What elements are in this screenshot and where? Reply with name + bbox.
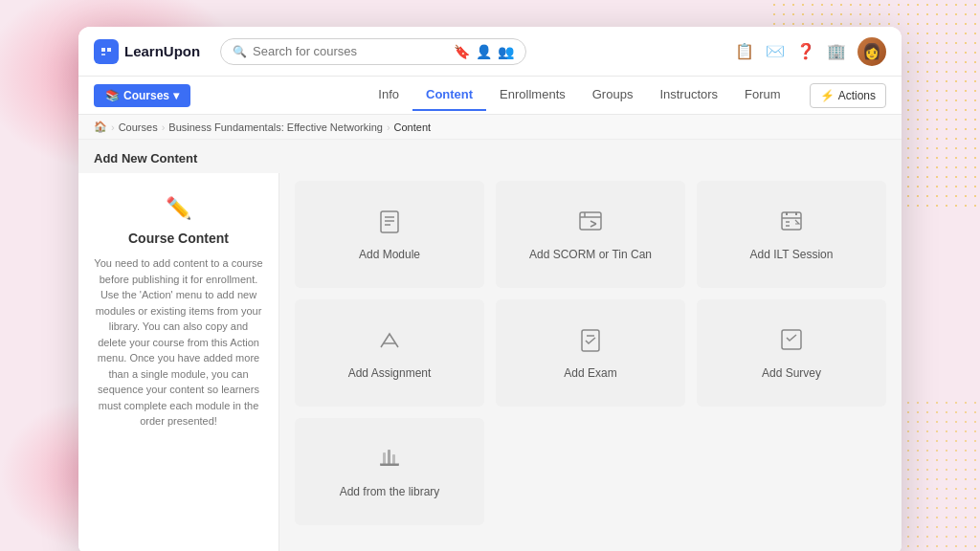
courses-icon: 📚 [105,89,120,102]
search-icons: 🔖 👤 👥 [454,44,514,59]
main-window: LearnUpon 🔍 🔖 👤 👥 📋 ✉️ ❓ 🏢 👩 📚 Courses [78,27,902,551]
add-new-header: Add New Content [78,140,902,173]
tab-groups[interactable]: Groups [579,79,647,111]
user-search-icon: 👤 [476,44,492,59]
add-module-label: Add Module [359,248,420,261]
assignment-icon [376,326,403,359]
help-icon[interactable]: ❓ [796,42,815,60]
add-ilt-label: Add ILT Session [750,248,834,261]
left-panel-text: You need to add content to a course befo… [94,255,263,430]
add-survey-label: Add Survey [762,366,821,380]
add-assignment-label: Add Assignment [348,366,432,380]
add-survey-card[interactable]: Add Survey [697,299,886,407]
svg-rect-9 [782,212,801,230]
svg-rect-0 [381,211,398,232]
breadcrumb-courses[interactable]: Courses [119,121,158,133]
add-exam-label: Add Exam [564,366,616,380]
search-icon: 🔍 [233,45,247,58]
left-panel: ✏️ Course Content You need to add conten… [78,173,279,551]
actions-icon: ⚡ [820,89,835,102]
left-panel-title: Course Content [128,231,229,246]
library-icon [376,445,403,477]
add-assignment-card[interactable]: Add Assignment [295,299,484,407]
add-library-card[interactable]: Add from the library [295,418,484,525]
logo-text: LearnUpon [124,43,200,59]
svg-rect-16 [582,330,599,351]
search-input[interactable] [253,44,444,58]
mail-icon[interactable]: ✉️ [766,42,785,60]
add-module-card[interactable]: Add Module [295,181,484,288]
avatar[interactable]: 👩 [858,37,886,66]
content-body: Add New Content ✏️ Course Content You ne… [78,140,902,551]
tab-forum[interactable]: Forum [731,79,794,111]
course-content-icon: ✏️ [166,196,191,221]
nav-right-icons: 📋 ✉️ ❓ 🏢 👩 [735,37,886,66]
breadcrumb-content: Content [394,121,432,133]
courses-button[interactable]: 📚 Courses ▾ [94,84,190,107]
actions-label: Actions [838,89,876,102]
tab-content[interactable]: Content [412,79,486,111]
calendar-icon[interactable]: 📋 [735,42,754,60]
tab-nav: Info Content Enrollments Groups Instruct… [365,79,886,111]
add-scorm-card[interactable]: Add SCORM or Tin Can [496,181,685,288]
search-bar[interactable]: 🔍 🔖 👤 👥 [220,38,526,65]
content-area: ✏️ Course Content You need to add conten… [78,173,902,551]
courses-chevron-icon: ▾ [173,89,179,102]
group-search-icon: 👥 [498,44,514,59]
bookmark-icon: 🔖 [454,44,470,59]
logo-area: LearnUpon [94,39,209,64]
add-library-label: Add from the library [340,485,440,498]
survey-icon [778,326,805,359]
breadcrumb-course-name[interactable]: Business Fundamentals: Effective Network… [168,121,383,133]
module-icon [376,208,403,240]
hierarchy-icon[interactable]: 🏢 [827,42,846,60]
right-panel: Add Module Add SCORM or [279,173,902,551]
exam-icon [577,326,604,359]
add-scorm-label: Add SCORM or Tin Can [529,248,652,261]
home-icon[interactable]: 🏠 [94,121,107,133]
scorm-icon [577,208,604,240]
tab-info[interactable]: Info [365,79,412,111]
breadcrumb: 🏠 › Courses › Business Fundamentals: Eff… [78,115,902,140]
secondary-nav: 📚 Courses ▾ Info Content Enrollments Gro… [78,77,902,115]
content-grid: Add Module Add SCORM or [295,181,886,407]
svg-rect-20 [388,450,390,466]
svg-line-8 [590,224,596,227]
actions-button[interactable]: ⚡ Actions [810,83,886,108]
add-ilt-card[interactable]: Add ILT Session [697,181,886,288]
top-nav: LearnUpon 🔍 🔖 👤 👥 📋 ✉️ ❓ 🏢 👩 [78,27,902,77]
add-exam-card[interactable]: Add Exam [496,299,685,407]
courses-btn-label: Courses [123,89,169,102]
svg-line-7 [590,221,596,224]
tab-instructors[interactable]: Instructors [646,79,731,111]
ilt-icon [778,208,805,240]
tab-enrollments[interactable]: Enrollments [486,79,579,111]
library-row: Add from the library [295,418,886,525]
logo-icon [94,39,119,64]
